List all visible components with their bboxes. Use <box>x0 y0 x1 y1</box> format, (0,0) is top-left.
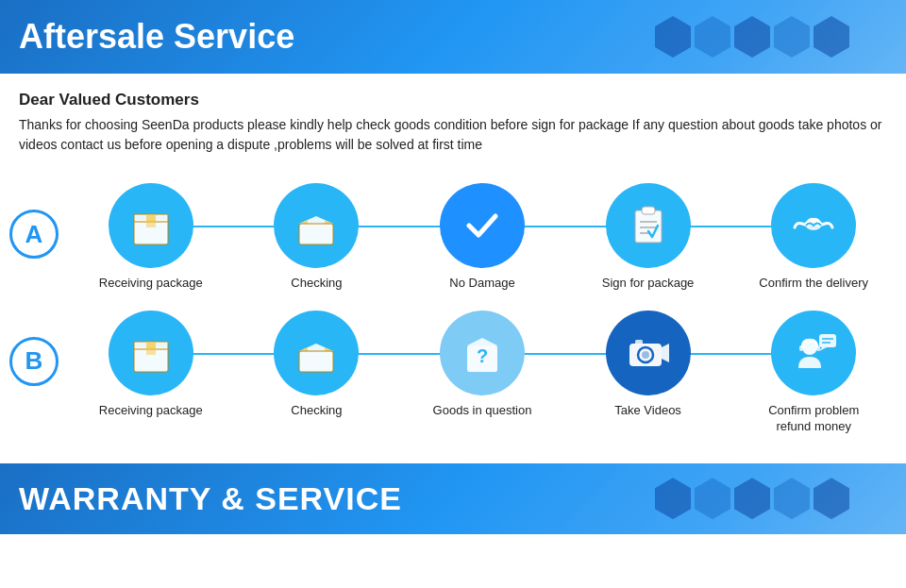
hex-3 <box>734 16 770 58</box>
dear-valued-customers: Dear Valued Customers <box>19 91 887 109</box>
svg-marker-27 <box>325 347 333 351</box>
step-a1: Receiving package <box>68 183 234 292</box>
svg-rect-38 <box>799 345 803 351</box>
steps-row-a: Receiving package Checking <box>68 183 897 292</box>
process-row-a: A Receiving package <box>9 183 897 292</box>
footer: WARRANTY & SERVICE <box>0 463 906 534</box>
step-b5-label: Confirm problemrefund money <box>768 403 859 435</box>
box-open-b-icon <box>290 327 343 379</box>
svg-point-34 <box>642 351 649 359</box>
footer-hex-5 <box>814 478 849 519</box>
svg-rect-5 <box>146 220 156 227</box>
step-b2: Checking <box>234 311 400 419</box>
step-b2-label: Checking <box>291 403 342 419</box>
step-a3: No Damage <box>399 183 565 292</box>
step-a4-icon-wrap <box>606 183 691 268</box>
step-a1-label: Receiving package <box>99 276 203 292</box>
svg-rect-40 <box>819 334 836 347</box>
svg-marker-9 <box>325 220 333 224</box>
svg-marker-41 <box>819 347 827 351</box>
svg-marker-30 <box>467 338 497 345</box>
step-a1-icon-wrap <box>109 183 193 268</box>
svg-rect-35 <box>635 340 643 344</box>
description-text: Thanks for choosing SeenDa products plea… <box>19 115 887 155</box>
svg-marker-8 <box>299 220 308 224</box>
box-open-icon-a <box>290 199 343 252</box>
handshake-icon <box>787 199 840 252</box>
question-box-icon: ? <box>456 327 509 379</box>
step-a5-label: Confirm the delivery <box>759 276 868 292</box>
step-b1: Receiving package <box>68 311 234 419</box>
footer-hexagons <box>655 463 849 534</box>
steps-row-b: Receiving package Checking <box>68 311 897 435</box>
step-b5: Confirm problemrefund money <box>730 311 897 435</box>
step-b3: ? Goods in question <box>399 311 565 419</box>
box-closed-b-icon <box>125 327 177 379</box>
step-a5: Confirm the delivery <box>730 183 897 292</box>
step-a3-icon-wrap <box>440 183 525 268</box>
hex-2 <box>695 16 730 58</box>
step-a3-label: No Damage <box>449 276 514 292</box>
footer-title: WARRANTY & SERVICE <box>19 480 402 517</box>
step-b2-icon-wrap <box>274 311 359 395</box>
camera-icon <box>622 327 675 379</box>
svg-marker-36 <box>662 344 669 362</box>
row-label-a: A <box>9 210 59 259</box>
step-b4: Take Videos <box>565 311 731 419</box>
header-hexagons <box>655 0 849 74</box>
step-a2-icon-wrap <box>274 183 359 268</box>
svg-rect-23 <box>146 347 156 355</box>
step-a5-icon-wrap <box>771 183 856 268</box>
box-closed-icon <box>125 199 177 252</box>
footer-hex-3 <box>734 478 770 519</box>
footer-hex-4 <box>774 478 810 519</box>
step-a2-label: Checking <box>291 276 342 292</box>
step-a4-label: Sign for package <box>602 276 695 292</box>
step-b4-label: Take Videos <box>614 403 681 419</box>
svg-rect-24 <box>299 351 333 372</box>
clipboard-icon <box>622 199 675 252</box>
checkmark-icon <box>456 199 509 252</box>
footer-hex-1 <box>655 478 691 519</box>
step-b5-icon-wrap <box>771 311 856 395</box>
step-b1-label: Receiving package <box>99 403 203 419</box>
svg-rect-6 <box>299 224 333 244</box>
header: Aftersale Service <box>0 0 906 74</box>
step-b4-icon-wrap <box>606 311 691 395</box>
content-area: Dear Valued Customers Thanks for choosin… <box>0 74 906 183</box>
svg-rect-13 <box>642 207 655 214</box>
process-section: A Receiving package <box>0 183 906 463</box>
hex-4 <box>774 16 810 58</box>
svg-marker-26 <box>299 347 308 351</box>
step-b3-icon-wrap: ? <box>440 311 525 395</box>
svg-text:?: ? <box>477 345 488 366</box>
step-a2: Checking <box>234 183 400 292</box>
footer-hex-2 <box>695 478 730 519</box>
step-b1-icon-wrap <box>109 311 193 395</box>
svg-rect-39 <box>816 345 820 351</box>
hex-1 <box>655 16 691 58</box>
step-b3-label: Goods in question <box>433 403 532 419</box>
hex-5 <box>814 16 849 58</box>
process-row-b: B Receiving package <box>9 311 897 435</box>
row-label-b: B <box>9 337 59 386</box>
support-icon <box>787 327 840 379</box>
step-a4: Sign for package <box>565 183 731 292</box>
header-title: Aftersale Service <box>19 17 294 57</box>
